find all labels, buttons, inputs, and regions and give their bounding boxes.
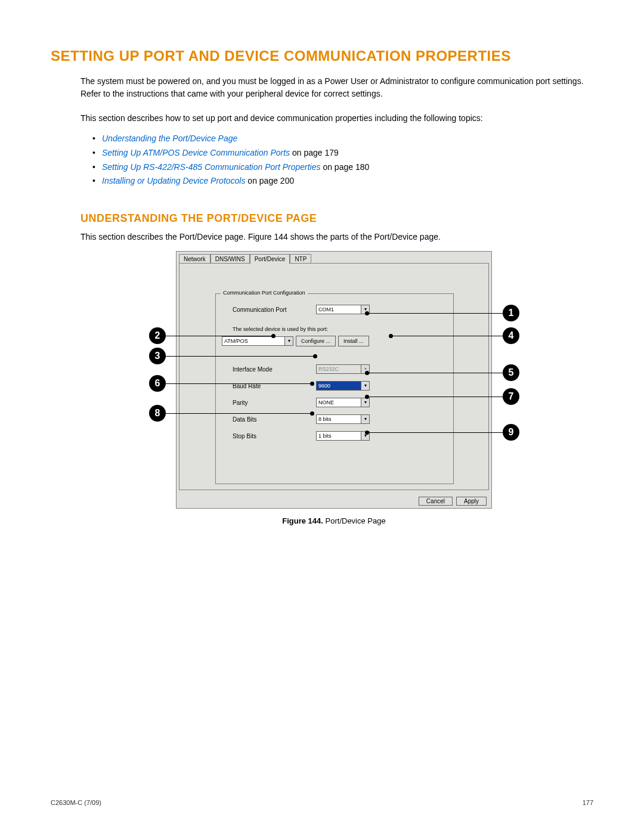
leader-line [367, 432, 503, 433]
callout-5: 5 [503, 364, 519, 381]
stop-bits-label: Stop Bits [233, 433, 316, 439]
row-device: ATM/POS ▾ Configure ... Install ... [222, 336, 431, 346]
section-heading: UNDERSTANDING THE PORT/DEVICE PAGE [80, 212, 593, 225]
stop-bits-value: 1 bits [318, 432, 332, 440]
leader-line [367, 373, 503, 373]
link-item: Installing or Updating Device Protocols … [92, 174, 593, 188]
comm-port-label: Communication Port [233, 306, 316, 313]
figure-caption-text: Port/Device Page [323, 516, 386, 525]
parity-value: NONE [318, 398, 334, 407]
row-baud-rate: Baud Rate 9600 ▾ [233, 381, 441, 391]
device-select[interactable]: ATM/POS ▾ [222, 336, 293, 346]
callout-6: 6 [149, 375, 166, 392]
chevron-down-icon: ▾ [284, 337, 293, 345]
footer-doc-id: C2630M-C (7/09) [51, 799, 101, 806]
interface-mode-select[interactable]: RS232C ▾ [316, 364, 370, 374]
comm-port-value: COM1 [318, 305, 334, 314]
callout-2: 2 [149, 327, 166, 344]
callout-1: 1 [503, 305, 519, 321]
chevron-down-icon: ▾ [361, 382, 369, 390]
intro-paragraph-2: This section describes how to set up por… [80, 112, 593, 125]
callout-8: 8 [149, 405, 166, 422]
comm-port-select[interactable]: COM1 ▾ [316, 305, 370, 314]
link-item: Understanding the Port/Device Page [92, 132, 593, 146]
comm-port-groupbox: Communication Port Configuration Communi… [215, 293, 454, 484]
link-item: Setting Up RS-422/RS-485 Communication P… [92, 160, 593, 175]
tab-body: Communication Port Configuration Communi… [179, 263, 489, 490]
leader-line [166, 356, 315, 357]
figure-number: Figure 144. [282, 516, 323, 525]
callout-3: 3 [149, 348, 166, 364]
page-title: SETTING UP PORT AND DEVICE COMMUNICATION… [51, 48, 593, 64]
topic-links: Understanding the Port/Device Page Setti… [92, 132, 593, 188]
row-parity: Parity NONE ▾ [233, 398, 441, 407]
cancel-button[interactable]: Cancel [419, 497, 453, 506]
callout-7: 7 [503, 388, 519, 405]
device-note: The selected device is used by this port… [233, 326, 328, 332]
link-suffix: on page 180 [321, 162, 370, 172]
callout-9: 9 [503, 424, 519, 441]
leader-line [166, 383, 312, 384]
tab-portdevice[interactable]: Port/Device [250, 254, 290, 264]
link-text[interactable]: Installing or Updating Device Protocols [102, 176, 245, 185]
baud-rate-select[interactable]: 9600 ▾ [316, 381, 370, 391]
link-text[interactable]: Setting Up ATM/POS Device Communication … [102, 148, 290, 157]
link-text[interactable]: Setting Up RS-422/RS-485 Communication P… [102, 162, 321, 172]
figure-caption: Figure 144. Port/Device Page [104, 516, 564, 525]
configure-button[interactable]: Configure ... [296, 336, 336, 346]
groupbox-title: Communication Port Configuration [221, 290, 308, 296]
link-suffix: on page 200 [245, 176, 294, 185]
port-device-dialog: Network DNS/WINS Port/Device NTP Communi… [176, 251, 492, 509]
install-button[interactable]: Install ... [338, 336, 369, 346]
chevron-down-icon: ▾ [361, 415, 369, 423]
chevron-down-icon: ▾ [361, 398, 369, 407]
leader-line [367, 313, 503, 314]
apply-button[interactable]: Apply [456, 497, 487, 506]
data-bits-select[interactable]: 8 bits ▾ [316, 414, 370, 424]
leader-line [166, 336, 273, 336]
page-footer: C2630M-C (7/09) 177 [51, 799, 593, 806]
callout-4: 4 [503, 327, 519, 344]
figure-144: Network DNS/WINS Port/Device NTP Communi… [104, 251, 593, 537]
section-description: This section describes the Port/Device p… [80, 232, 593, 241]
interface-mode-label: Interface Mode [233, 366, 316, 373]
leader-line [367, 397, 503, 397]
leader-line [391, 336, 503, 336]
parity-label: Parity [233, 400, 316, 406]
intro-paragraph: The system must be powered on, and you m… [80, 75, 593, 100]
parity-select[interactable]: NONE ▾ [316, 398, 370, 407]
device-value: ATM/POS [224, 337, 248, 345]
link-text[interactable]: Understanding the Port/Device Page [102, 134, 237, 143]
link-item: Setting Up ATM/POS Device Communication … [92, 146, 593, 160]
row-data-bits: Data Bits 8 bits ▾ [233, 414, 441, 424]
data-bits-label: Data Bits [233, 416, 316, 423]
link-suffix: on page 179 [290, 148, 339, 157]
interface-mode-value: RS232C [318, 365, 339, 373]
footer-page-number: 177 [583, 799, 593, 806]
leader-line [166, 413, 312, 414]
dialog-bottom-buttons: Cancel Apply [419, 497, 487, 506]
stop-bits-select[interactable]: 1 bits ▾ [316, 431, 370, 441]
data-bits-value: 8 bits [318, 415, 332, 423]
baud-rate-value: 9600 [318, 382, 330, 390]
